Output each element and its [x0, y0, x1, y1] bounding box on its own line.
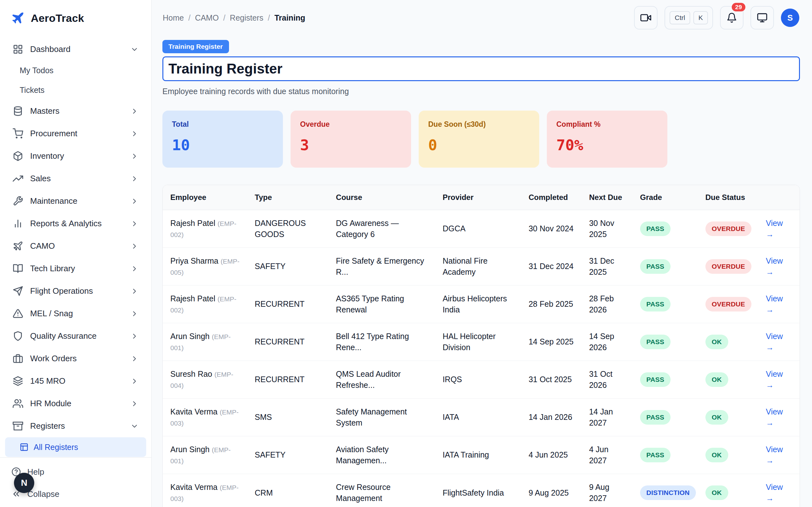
- view-link[interactable]: View →: [766, 256, 789, 278]
- employee-cell: Priya Sharma (EMP-005): [163, 248, 247, 285]
- view-link-arrow: →: [766, 456, 774, 465]
- sidebar-item-label: HR Module: [30, 399, 71, 408]
- next-due-cell: 28 Feb 2026: [581, 285, 632, 323]
- view-link[interactable]: View →: [766, 218, 789, 240]
- view-link-arrow: →: [766, 230, 774, 239]
- command-palette-shortcut-button[interactable]: Ctrl K: [664, 6, 713, 30]
- view-link[interactable]: View →: [766, 369, 789, 391]
- sidebar-item-label: MEL / Snag: [30, 308, 73, 319]
- sidebar-item-hr-module[interactable]: HR Module: [5, 392, 146, 415]
- sidebar-item-sales[interactable]: Sales: [5, 167, 146, 190]
- sidebar-item-label: Work Orders: [30, 354, 77, 363]
- k-keycap: K: [693, 11, 708, 24]
- grade-cell: PASS: [632, 399, 698, 436]
- view-link-arrow: →: [766, 305, 774, 314]
- next-due-cell: 9 Aug 2027: [581, 474, 632, 507]
- sidebar-subitem-tickets[interactable]: Tickets: [5, 80, 146, 100]
- sidebar-item-work-orders[interactable]: Work Orders: [5, 347, 146, 370]
- chevron-right-icon: [131, 130, 139, 138]
- sidebar-item-quality-assurance[interactable]: Quality Assurance: [5, 325, 146, 347]
- registers-icon: [13, 421, 23, 431]
- user-avatar[interactable]: S: [781, 9, 799, 27]
- view-link[interactable]: View →: [766, 331, 789, 353]
- notifications-button[interactable]: 29: [720, 6, 744, 30]
- due-status-badge: OVERDUE: [705, 259, 751, 274]
- breadcrumb-link[interactable]: Home: [163, 13, 184, 22]
- view-link[interactable]: View →: [766, 293, 789, 316]
- sidebar-subitem-all-registers[interactable]: All Registers: [5, 437, 146, 457]
- employee-cell: Arun Singh (EMP-001): [163, 323, 247, 361]
- view-cell: View →: [758, 399, 800, 436]
- sidebar-item-label: Flight Operations: [30, 286, 93, 296]
- breadcrumb-link[interactable]: CAMO: [195, 13, 219, 22]
- table-card: EmployeeTypeCourseProviderCompletedNext …: [162, 185, 800, 507]
- type-cell: SAFETY: [247, 248, 328, 285]
- sidebar-item-mel-snag[interactable]: MEL / Snag: [5, 302, 146, 325]
- sidebar-subitem-label: My Todos: [20, 66, 54, 75]
- sidebar-item-145-mro[interactable]: 145 MRO: [5, 370, 146, 392]
- app-name: AeroTrack: [31, 12, 84, 24]
- course-cell: DG Awareness — Category 6: [328, 210, 435, 248]
- stat-card-due-soon-30d: Due Soon (≤30d)0: [419, 111, 539, 168]
- table-row: Kavita Verma (EMP-003)CRMCrew Resource M…: [163, 474, 800, 507]
- sidebar-item-inventory[interactable]: Inventory: [5, 145, 146, 167]
- stat-card-value: 10: [172, 136, 273, 154]
- maintenance-icon: [13, 196, 23, 206]
- course-cell: QMS Lead Auditor Refreshe...: [328, 361, 435, 399]
- view-link-label: View: [766, 445, 783, 454]
- grade-badge: PASS: [640, 448, 670, 462]
- employee-cell: Kavita Verma (EMP-003): [163, 474, 247, 507]
- video-call-button[interactable]: [634, 6, 658, 30]
- view-cell: View →: [758, 474, 800, 507]
- completed-cell: 4 Jun 2025: [521, 436, 581, 474]
- grade-badge: PASS: [640, 259, 670, 274]
- sidebar-item-maintenance[interactable]: Maintenance: [5, 190, 146, 212]
- stat-card-label: Overdue: [300, 120, 402, 129]
- status-cell: OK: [698, 474, 758, 507]
- sidebar-item-label: Masters: [30, 106, 59, 116]
- breadcrumb: Home/CAMO/Registers/Training: [163, 13, 305, 22]
- mel-snag-icon: [13, 308, 23, 319]
- view-link[interactable]: View →: [766, 406, 789, 429]
- sidebar-item-registers[interactable]: Registers: [5, 415, 146, 437]
- sidebar-item-label: 145 MRO: [30, 376, 65, 386]
- tech-library-icon: [13, 263, 23, 274]
- column-header-grade: Grade: [632, 185, 698, 210]
- column-header-completed: Completed: [521, 185, 581, 210]
- display-share-button[interactable]: [751, 6, 774, 30]
- completed-cell: 31 Dec 2024: [521, 248, 581, 285]
- sidebar-item-label: Sales: [30, 174, 51, 183]
- sidebar-item-reports-analytics[interactable]: Reports & Analytics: [5, 212, 146, 235]
- chevron-down-icon: [131, 45, 139, 54]
- title-input[interactable]: [162, 56, 800, 81]
- sidebar-subitem-my-todos[interactable]: My Todos: [5, 60, 146, 80]
- sidebar-item-label: Registers: [30, 421, 65, 431]
- status-cell: OVERDUE: [698, 285, 758, 323]
- app-logo[interactable]: AeroTrack: [0, 0, 151, 36]
- course-cell: Crew Resource Management: [328, 474, 435, 507]
- grade-cell: PASS: [632, 285, 698, 323]
- sidebar-item-flight-operations[interactable]: Flight Operations: [5, 280, 146, 302]
- type-cell: CRM: [247, 474, 328, 507]
- column-header-actions: [758, 185, 800, 210]
- column-header-next-due: Next Due: [581, 185, 632, 210]
- sidebar-item-masters[interactable]: Masters: [5, 100, 146, 122]
- breadcrumb-link[interactable]: Registers: [230, 13, 264, 22]
- qa-icon: [13, 331, 23, 341]
- completed-cell: 30 Nov 2024: [521, 210, 581, 248]
- status-cell: OK: [698, 436, 758, 474]
- employee-cell: Arun Singh (EMP-001): [163, 436, 247, 474]
- sidebar-item-camo[interactable]: CAMO: [5, 235, 146, 257]
- view-cell: View →: [758, 436, 800, 474]
- grade-badge: PASS: [640, 222, 670, 236]
- view-link[interactable]: View →: [766, 482, 789, 504]
- view-link[interactable]: View →: [766, 444, 789, 466]
- view-link-label: View: [766, 483, 783, 492]
- sidebar-item-tech-library[interactable]: Tech Library: [5, 257, 146, 280]
- sidebar-item-dashboard[interactable]: Dashboard: [5, 38, 146, 60]
- sidebar-item-procurement[interactable]: Procurement: [5, 122, 146, 145]
- due-status-badge: OK: [705, 372, 728, 387]
- view-link-arrow: →: [766, 343, 774, 352]
- floating-n-button[interactable]: N: [14, 473, 34, 493]
- grade-cell: PASS: [632, 210, 698, 248]
